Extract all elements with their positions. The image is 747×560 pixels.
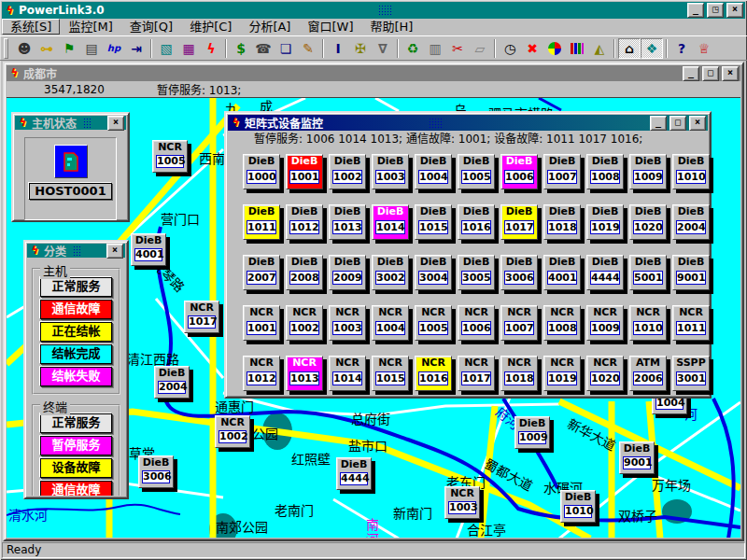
device-tile-DieB-1019[interactable]: DieB1019	[586, 204, 624, 240]
legend-window-titlebar[interactable]: ϟ 分类 ×	[27, 244, 125, 258]
map-device-tile-NCR-1002[interactable]: NCR1002	[215, 415, 250, 448]
matrix-window-titlebar[interactable]: ϟ 矩阵式设备监控 _ □ ×	[228, 115, 708, 131]
device-tile-NCR-1004[interactable]: NCR1004	[372, 305, 409, 341]
device-tile-NCR-1006[interactable]: NCR1006	[458, 305, 495, 341]
map-device-tile-NCR-1003[interactable]: NCR1003	[444, 486, 480, 519]
device-tile-DieB-1008[interactable]: DieB1008	[586, 154, 624, 189]
device-tile-DieB-3005[interactable]: DieB3005	[458, 255, 495, 290]
map-device-tile-DieB-4001[interactable]: DieB4001	[131, 233, 166, 266]
map-device-tile-DieB-3006[interactable]: DieB3006	[138, 455, 174, 488]
menu-item-6[interactable]: 帮助[H]	[361, 20, 421, 34]
menu-item-0[interactable]: 系统[S]	[2, 19, 60, 35]
device-tile-DieB-1007[interactable]: DieB1007	[543, 154, 581, 189]
map-device-tile-DieB-1009[interactable]: DieB1009	[514, 416, 550, 449]
device-tile-DieB-2008[interactable]: DieB2008	[286, 255, 323, 290]
legend-close-button[interactable]: ×	[106, 244, 123, 259]
matrix-minimize-button[interactable]: _	[650, 116, 667, 131]
ibeam-icon[interactable]: I	[327, 38, 349, 59]
device-tile-DieB-4444[interactable]: DieB4444	[586, 255, 624, 290]
device-tile-DieB-1005[interactable]: DieB1005	[458, 154, 495, 189]
device-tile-DieB-4001[interactable]: DieB4001	[543, 255, 581, 290]
operator-icon[interactable]: ☻	[13, 38, 35, 59]
device-tile-NCR-1012[interactable]: NCR1012	[243, 356, 280, 391]
clock-icon[interactable]: ◷	[499, 38, 521, 59]
device-tile-NCR-1008[interactable]: NCR1008	[543, 305, 581, 341]
exit-icon[interactable]: ⇥	[125, 38, 148, 59]
device-tile-NCR-1005[interactable]: NCR1005	[415, 305, 452, 341]
map-device-tile-NCR-1005[interactable]: NCR1005	[152, 140, 188, 173]
picture-icon[interactable]: ▧	[155, 38, 177, 59]
bar-chart-icon[interactable]	[566, 38, 588, 59]
device-tile-DieB-2004[interactable]: DieB2004	[672, 204, 710, 240]
restore-button[interactable]: ◳	[707, 3, 724, 18]
site-icon[interactable]: ✠	[349, 38, 372, 59]
device-tile-DieB-1000[interactable]: DieB1000	[243, 154, 280, 189]
map-device-tile-DieB-2004[interactable]: DieB2004	[154, 366, 190, 399]
device-tile-DieB-1014[interactable]: DieB1014	[372, 204, 409, 240]
cascade-windows-icon[interactable]: ❏	[275, 38, 297, 59]
money-icon[interactable]: $	[230, 38, 252, 59]
device-tile-DieB-1006[interactable]: DieB1006	[500, 154, 538, 189]
host-name-label[interactable]: HOST0001	[29, 183, 111, 200]
device-tile-SSPP-3001[interactable]: SSPP3001	[672, 356, 710, 391]
device-tile-DieB-1015[interactable]: DieB1015	[415, 204, 452, 240]
host-window-titlebar[interactable]: ϟ 主机状态 ×	[15, 116, 126, 130]
pie-chart-icon[interactable]	[543, 38, 566, 59]
device-tile-DieB-1016[interactable]: DieB1016	[458, 204, 495, 240]
recycle-icon[interactable]: ♻	[402, 38, 424, 59]
toolbar-grip[interactable]	[4, 38, 8, 59]
map-maximize-button[interactable]: □	[702, 66, 719, 81]
device-tile-DieB-1018[interactable]: DieB1018	[543, 204, 581, 240]
device-tile-NCR-1013[interactable]: NCR1013	[286, 356, 323, 391]
flag-icon[interactable]: ⚑	[58, 38, 80, 59]
device-tile-DieB-1009[interactable]: DieB1009	[629, 154, 667, 189]
key-icon[interactable]: ⊶	[35, 38, 58, 59]
building-icon[interactable]: ⌂	[618, 38, 641, 59]
matrix-maximize-button[interactable]: □	[669, 116, 686, 131]
map-device-tile-DieB-9001[interactable]: DieB9001	[619, 441, 655, 474]
device-tile-DieB-3002[interactable]: DieB3002	[372, 255, 409, 290]
device-tile-ATM-2006[interactable]: ATM2006	[629, 356, 667, 391]
delete-icon[interactable]: ✖	[521, 38, 543, 59]
device-tile-NCR-1001[interactable]: NCR1001	[243, 305, 280, 341]
close-button[interactable]: ×	[726, 3, 743, 18]
device-tile-DieB-1013[interactable]: DieB1013	[329, 204, 366, 240]
device-tile-NCR-1009[interactable]: NCR1009	[586, 305, 624, 341]
device-tile-DieB-5001[interactable]: DieB5001	[629, 255, 667, 290]
menu-item-1[interactable]: 监控[M]	[60, 20, 120, 34]
device-tile-NCR-1007[interactable]: NCR1007	[500, 305, 538, 341]
device-tile-DieB-2007[interactable]: DieB2007	[243, 255, 280, 290]
pencil-icon[interactable]: ✎	[297, 38, 319, 59]
device-tile-DieB-1017[interactable]: DieB1017	[500, 204, 538, 240]
device-tile-DieB-1002[interactable]: DieB1002	[329, 154, 366, 189]
alert-icon[interactable]: ♕	[693, 38, 715, 59]
map-close-button[interactable]: ×	[722, 66, 739, 81]
map-window-titlebar[interactable]: ϟ 成都市 _ □ ×	[7, 65, 740, 81]
device-tile-DieB-1012[interactable]: DieB1012	[286, 204, 323, 240]
device-tile-DieB-1010[interactable]: DieB1010	[672, 154, 710, 189]
printer-icon[interactable]: ▤	[80, 38, 103, 59]
device-tile-NCR-1017[interactable]: NCR1017	[458, 356, 495, 391]
device-tile-NCR-1015[interactable]: NCR1015	[372, 356, 409, 391]
device-tile-DieB-9001[interactable]: DieB9001	[672, 255, 710, 290]
lightning-icon[interactable]: ϟ	[200, 38, 222, 59]
device-tile-NCR-1019[interactable]: NCR1019	[543, 356, 581, 391]
matrix-close-button[interactable]: ×	[689, 116, 706, 131]
menu-item-3[interactable]: 维护[C]	[181, 20, 240, 34]
main-titlebar[interactable]: ϟ PowerLink3.0 _ ◳ ×	[2, 2, 745, 19]
device-tile-NCR-1014[interactable]: NCR1014	[329, 356, 366, 391]
color-grid-icon[interactable]: ▦	[177, 38, 200, 59]
device-tile-NCR-1002[interactable]: NCR1002	[286, 305, 323, 341]
pattern-icon[interactable]: ❖	[641, 38, 663, 59]
minimize-button[interactable]: _	[687, 3, 704, 18]
device-tile-DieB-1011[interactable]: DieB1011	[243, 204, 280, 240]
device-tile-NCR-1020[interactable]: NCR1020	[586, 356, 624, 391]
device-tile-NCR-1016[interactable]: NCR1016	[415, 356, 452, 391]
compass-icon[interactable]: ◭	[588, 38, 611, 59]
menu-item-5[interactable]: 窗口[W]	[299, 20, 361, 34]
device-tile-DieB-2009[interactable]: DieB2009	[329, 255, 366, 290]
map-device-tile-NCR-1017[interactable]: NCR1017	[184, 301, 219, 333]
device-tile-DieB-1020[interactable]: DieB1020	[629, 204, 667, 240]
hp-logo-icon[interactable]: hp	[103, 38, 125, 59]
device-tile-DieB-3006[interactable]: DieB3006	[500, 255, 538, 290]
